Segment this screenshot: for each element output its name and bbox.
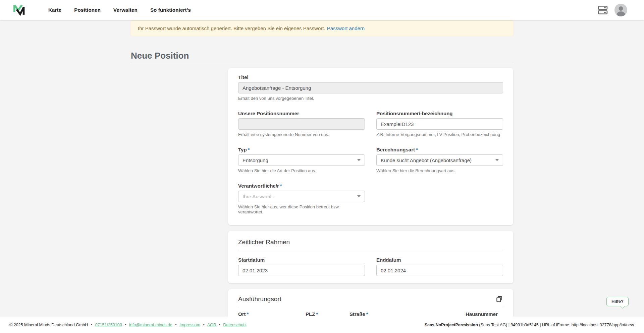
section-divider bbox=[238, 307, 503, 307]
berechnungsart-hint: Wählen Sie hier die Berechnungsart aus. bbox=[376, 168, 503, 173]
typ-hint: Wählen Sie hier die Art der Position aus… bbox=[238, 168, 365, 173]
title-divider bbox=[131, 63, 513, 63]
card-position-details: Titel Erhält den von uns vorgegebenen Ti… bbox=[228, 68, 513, 225]
unsere-positionsnummer-input bbox=[238, 118, 365, 130]
main-content: Ihr Passwort wurde automatisch generiert… bbox=[0, 20, 644, 317]
database-icon[interactable] bbox=[598, 5, 608, 15]
berechnungsart-label: Berechnungsart* bbox=[376, 147, 503, 152]
required-marker: * bbox=[248, 147, 250, 152]
verantwortliche-label: Verantwortliche/r* bbox=[238, 183, 365, 189]
typ-select-value: Entsorgung bbox=[243, 157, 268, 163]
datenschutz-link[interactable]: Datenschutz bbox=[223, 323, 246, 327]
zeitlicher-rahmen-heading: Zeitlicher Rahmen bbox=[238, 238, 290, 246]
typ-label: Typ* bbox=[238, 147, 365, 152]
copyright-text: © 2025 Mineral Minds Deutschland GmbH bbox=[9, 323, 88, 327]
required-marker: * bbox=[416, 147, 418, 152]
verantwortliche-select[interactable]: Ihre Auswahl... bbox=[238, 191, 365, 202]
password-warning-text: Ihr Passwort wurde automatisch generiert… bbox=[138, 25, 325, 31]
help-button[interactable]: Hilfe? bbox=[606, 297, 629, 306]
agb-link[interactable]: AGB bbox=[207, 323, 216, 327]
tenant-info: Saas NoProjectPermission (Saas Test AG) … bbox=[425, 323, 634, 327]
change-password-link[interactable]: Passwort ändern bbox=[327, 25, 365, 31]
email-link[interactable]: info@mineral-minds.de bbox=[129, 323, 172, 327]
phone-link[interactable]: 07151/250100 bbox=[95, 323, 122, 327]
password-warning-banner: Ihr Passwort wurde automatisch generiert… bbox=[131, 20, 513, 36]
copy-icon[interactable] bbox=[495, 295, 503, 303]
impressum-link[interactable]: Impressum bbox=[179, 323, 200, 327]
positionsnummer-hint: Z.B. Interne-Vorgangsnummer, LV-Position… bbox=[376, 132, 503, 137]
hausnummer-label: Hausnummer bbox=[466, 311, 503, 317]
typ-select[interactable]: Entsorgung bbox=[238, 154, 365, 166]
verantwortliche-hint: Wählen Sie hier aus, wer diese Position … bbox=[238, 204, 365, 214]
card-ausfuehrungsort: Ausführungsort Ort* bbox=[228, 289, 513, 317]
required-marker: * bbox=[316, 311, 318, 317]
berechnungsart-select-value: Kunde sucht Angebot (Angebotsanfrage) bbox=[381, 157, 472, 163]
berechnungsart-select[interactable]: Kunde sucht Angebot (Angebotsanfrage) bbox=[376, 154, 503, 166]
tenant-name: Saas NoProjectPermission bbox=[425, 323, 478, 327]
enddatum-label: Enddatum bbox=[376, 257, 503, 263]
footer: © 2025 Mineral Minds Deutschland GmbH • … bbox=[0, 317, 644, 333]
titel-input bbox=[238, 82, 503, 93]
nav-item-karte[interactable]: Karte bbox=[48, 7, 61, 13]
main-nav: Karte Positionen Verwalten So funktionie… bbox=[48, 7, 191, 13]
navbar: Karte Positionen Verwalten So funktionie… bbox=[0, 0, 644, 20]
section-divider bbox=[238, 250, 503, 250]
nav-item-so-funktionierts[interactable]: So funktioniert's bbox=[150, 7, 191, 13]
titel-hint: Erhält den von uns vorgegebenen Titel. bbox=[238, 96, 503, 101]
unsere-positionsnummer-label: Unsere Positionsnummer bbox=[238, 111, 365, 116]
verantwortliche-select-placeholder: Ihre Auswahl... bbox=[243, 194, 275, 199]
nav-item-verwalten[interactable]: Verwalten bbox=[113, 7, 138, 13]
enddatum-input[interactable] bbox=[376, 265, 503, 276]
titel-label: Titel bbox=[238, 74, 503, 80]
chevron-down-icon bbox=[357, 195, 361, 197]
mineral-minds-logo-icon bbox=[12, 3, 25, 17]
page-title: Neue Position bbox=[131, 50, 513, 61]
strasse-label: Straße* bbox=[350, 311, 459, 317]
card-zeitlicher-rahmen: Zeitlicher Rahmen Startdatum Enddatum bbox=[228, 231, 513, 283]
nav-item-positionen[interactable]: Positionen bbox=[74, 7, 101, 13]
ort-label: Ort* bbox=[238, 311, 299, 317]
avatar[interactable] bbox=[614, 4, 627, 16]
required-marker: * bbox=[280, 183, 282, 189]
plz-label: PLZ* bbox=[306, 311, 342, 317]
startdatum-input[interactable] bbox=[238, 265, 365, 276]
startdatum-label: Startdatum bbox=[238, 257, 365, 263]
chevron-down-icon bbox=[495, 159, 499, 161]
positionsnummer-label: Positionsnummer/-bezeichnung bbox=[376, 111, 503, 116]
brand-logo[interactable] bbox=[12, 3, 25, 17]
chevron-down-icon bbox=[357, 159, 361, 161]
unsere-positionsnummer-hint: Erhält eine systemgenerierte Nummer von … bbox=[238, 132, 365, 137]
footer-left: © 2025 Mineral Minds Deutschland GmbH • … bbox=[9, 323, 247, 327]
ausfuehrungsort-heading: Ausführungsort bbox=[238, 295, 281, 303]
positionsnummer-input[interactable] bbox=[376, 118, 503, 130]
required-marker: * bbox=[247, 311, 249, 317]
tenant-details: (Saas Test AG) | 94931b3d5145 | URL of i… bbox=[478, 323, 634, 327]
required-marker: * bbox=[366, 311, 368, 317]
